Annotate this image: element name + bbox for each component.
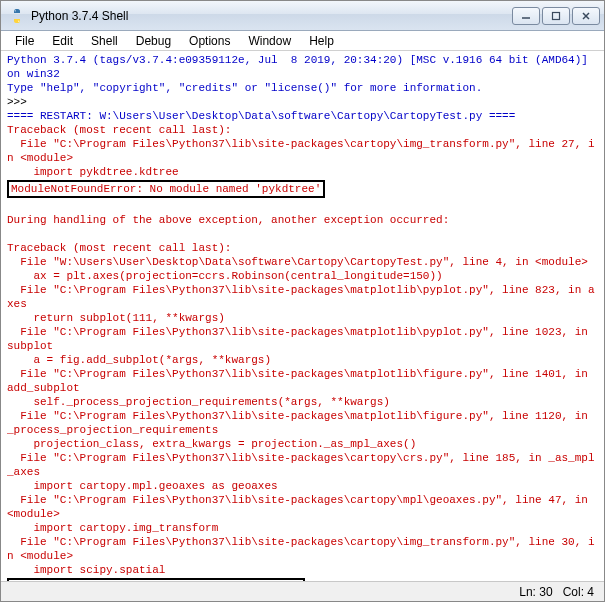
status-line: Ln: 30 — [519, 585, 552, 599]
restart-line: ==== RESTART: W:\Users\User\Desktop\Data… — [7, 110, 515, 122]
status-col: Col: 4 — [563, 585, 594, 599]
traceback-line: File "C:\Program Files\Python37\lib\site… — [7, 368, 595, 394]
traceback-line: import scipy.spatial — [7, 564, 165, 576]
traceback-line: File "C:\Program Files\Python37\lib\site… — [7, 536, 595, 562]
traceback-line: import cartopy.mpl.geoaxes as geoaxes — [7, 480, 278, 492]
traceback-line: File "C:\Program Files\Python37\lib\site… — [7, 138, 595, 164]
traceback-line: File "C:\Program Files\Python37\lib\site… — [7, 326, 595, 352]
traceback-line: import pykdtree.kdtree — [7, 166, 179, 178]
menu-shell[interactable]: Shell — [83, 33, 126, 49]
prompt: >>> — [7, 96, 27, 108]
statusbar: Ln: 30 Col: 4 — [1, 581, 604, 601]
menu-window[interactable]: Window — [240, 33, 299, 49]
titlebar[interactable]: Python 3.7.4 Shell — [1, 1, 604, 31]
console-output[interactable]: Python 3.7.4 (tags/v3.7.4:e09359112e, Ju… — [1, 51, 604, 581]
help-line: Type "help", "copyright", "credits" or "… — [7, 82, 482, 94]
minimize-button[interactable] — [512, 7, 540, 25]
error-box-1: ModuleNotFoundError: No module named 'py… — [7, 180, 325, 198]
svg-point-1 — [18, 20, 19, 21]
traceback-line: File "C:\Program Files\Python37\lib\site… — [7, 452, 595, 478]
traceback-1-header: Traceback (most recent call last): — [7, 124, 231, 136]
traceback-line: File "W:\Users\User\Desktop\Data\softwar… — [7, 256, 588, 268]
menubar: File Edit Shell Debug Options Window Hel… — [1, 31, 604, 51]
traceback-line: File "C:\Program Files\Python37\lib\site… — [7, 284, 595, 310]
traceback-line: File "C:\Program Files\Python37\lib\site… — [7, 410, 595, 436]
traceback-line: return subplot(111, **kwargs) — [7, 312, 225, 324]
version-line: Python 3.7.4 (tags/v3.7.4:e09359112e, Ju… — [7, 54, 595, 80]
error-box-2: ModuleNotFoundError: No module named 'sc… — [7, 578, 305, 581]
window-controls — [512, 7, 600, 25]
traceback-line: projection_class, extra_kwargs = project… — [7, 438, 416, 450]
traceback-line: ax = plt.axes(projection=ccrs.Robinson(c… — [7, 270, 443, 282]
svg-rect-3 — [553, 12, 560, 19]
menu-help[interactable]: Help — [301, 33, 342, 49]
python-icon — [9, 8, 25, 24]
traceback-line: self._process_projection_requirements(*a… — [7, 396, 390, 408]
menu-options[interactable]: Options — [181, 33, 238, 49]
error-1-text: ModuleNotFoundError: No module named 'py… — [11, 183, 321, 195]
maximize-button[interactable] — [542, 7, 570, 25]
menu-debug[interactable]: Debug — [128, 33, 179, 49]
window-frame: Python 3.7.4 Shell File Edit Shell Debug… — [0, 0, 605, 602]
svg-point-0 — [15, 10, 16, 11]
mid-exception-line: During handling of the above exception, … — [7, 214, 449, 226]
traceback-line: import cartopy.img_transform — [7, 522, 218, 534]
close-button[interactable] — [572, 7, 600, 25]
menu-file[interactable]: File — [7, 33, 42, 49]
traceback-line: a = fig.add_subplot(*args, **kwargs) — [7, 354, 271, 366]
menu-edit[interactable]: Edit — [44, 33, 81, 49]
traceback-line: File "C:\Program Files\Python37\lib\site… — [7, 494, 595, 520]
window-title: Python 3.7.4 Shell — [31, 9, 512, 23]
traceback-2-header: Traceback (most recent call last): — [7, 242, 231, 254]
